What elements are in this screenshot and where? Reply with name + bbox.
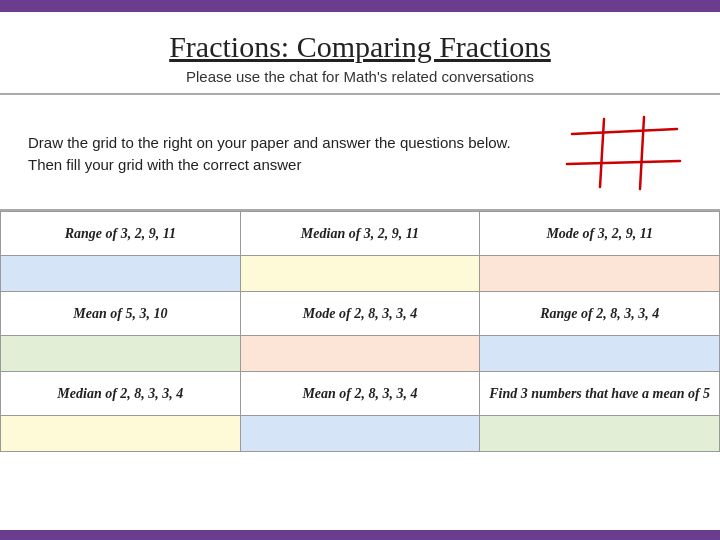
intro-section: Draw the grid to the right on your paper… (0, 95, 720, 211)
header-subtitle: Please use the chat for Math's related c… (20, 68, 700, 85)
question-cell-r0-c1: Median of 3, 2, 9, 11 (240, 212, 480, 256)
question-cell-r4-c1: Mean of 2, 8, 3, 3, 4 (240, 372, 480, 416)
bottom-bar (0, 530, 720, 540)
intro-text: Draw the grid to the right on your paper… (28, 132, 532, 177)
table-section: Range of 3, 2, 9, 11Median of 3, 2, 9, 1… (0, 211, 720, 452)
question-cell-r4-c2: Find 3 numbers that have a mean of 5 (480, 372, 720, 416)
question-cell-r2-c2: Range of 2, 8, 3, 3, 4 (480, 292, 720, 336)
answer-cell-r5-c1[interactable] (240, 416, 480, 452)
main-table: Range of 3, 2, 9, 11Median of 3, 2, 9, 1… (0, 211, 720, 452)
header: Fractions: Comparing Fractions Please us… (0, 12, 720, 95)
answer-cell-r5-c0[interactable] (1, 416, 241, 452)
answer-cell-r1-c0[interactable] (1, 256, 241, 292)
grid-drawing (552, 109, 692, 199)
answer-cell-r1-c2[interactable] (480, 256, 720, 292)
top-bar (0, 0, 720, 12)
question-cell-r4-c0: Median of 2, 8, 3, 3, 4 (1, 372, 241, 416)
question-cell-r2-c1: Mode of 2, 8, 3, 3, 4 (240, 292, 480, 336)
question-cell-r2-c0: Mean of 5, 3, 10 (1, 292, 241, 336)
svg-line-1 (567, 161, 680, 164)
page-title: Fractions: Comparing Fractions (20, 30, 700, 64)
answer-cell-r1-c1[interactable] (240, 256, 480, 292)
svg-line-3 (640, 117, 644, 189)
answer-cell-r3-c0[interactable] (1, 336, 241, 372)
question-cell-r0-c2: Mode of 3, 2, 9, 11 (480, 212, 720, 256)
svg-line-0 (572, 129, 677, 134)
answer-cell-r3-c1[interactable] (240, 336, 480, 372)
question-cell-r0-c0: Range of 3, 2, 9, 11 (1, 212, 241, 256)
answer-cell-r3-c2[interactable] (480, 336, 720, 372)
answer-cell-r5-c2[interactable] (480, 416, 720, 452)
svg-line-2 (600, 119, 604, 187)
